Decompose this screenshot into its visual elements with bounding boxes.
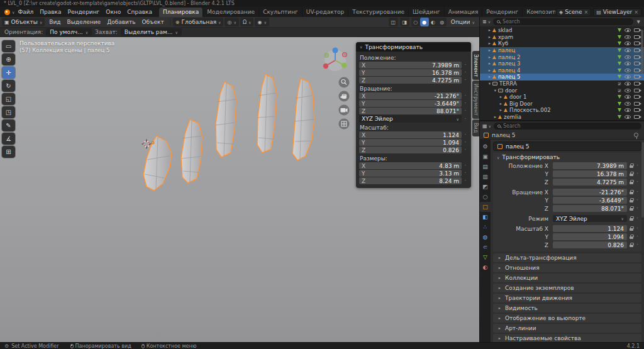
viewport-menu[interactable]: Выделение xyxy=(64,19,104,25)
expand-arrow-icon[interactable]: ▸ xyxy=(492,114,498,119)
disable-in-render-icon[interactable] xyxy=(634,89,640,92)
npanel-tab[interactable]: Элемент xyxy=(472,51,479,80)
npanel-value-field[interactable]: Z8.24 m xyxy=(359,177,462,184)
disable-in-render-icon[interactable] xyxy=(634,35,640,39)
lock-icon[interactable] xyxy=(628,197,635,204)
disable-in-render-icon[interactable] xyxy=(634,69,640,72)
thumb-mesh[interactable] xyxy=(143,136,172,191)
transform-value-field[interactable]: 7.3989 m xyxy=(553,162,627,169)
options-menu[interactable]: Опции ∨ xyxy=(448,19,477,25)
tool-drag-select[interactable]: Выделить рам... ∨ xyxy=(121,28,182,36)
hide-in-viewport-icon[interactable] xyxy=(625,115,631,119)
npanel-value-field[interactable]: Y3.13 m xyxy=(359,170,462,177)
npanel-tab[interactable]: Инструмент xyxy=(472,80,479,119)
npanel-tab[interactable]: Вид xyxy=(472,119,479,136)
expand-arrow-icon[interactable]: ▸ xyxy=(498,101,504,106)
filter-icon[interactable]: ▼ xyxy=(636,19,641,25)
proportional-editing-selector[interactable]: ◉ ∨ xyxy=(255,18,269,26)
workspace-tab[interactable]: Скульптинг xyxy=(259,8,303,17)
rotation-mode-select[interactable]: XYZ Эйлер∨ xyxy=(359,115,462,123)
outliner-row[interactable]: ▸Big Door xyxy=(480,101,644,108)
outliner-row[interactable]: ▸zemlia xyxy=(480,114,644,120)
disable-in-render-icon[interactable] xyxy=(634,48,640,52)
view-layer-tab[interactable]: ▥ xyxy=(480,172,491,182)
viewport-3d[interactable]: ▭⊕✛↻◱◳✎∡⊞ Пользовательская перспектива (… xyxy=(0,37,479,342)
view-layer-unlink-button[interactable]: × xyxy=(634,9,638,15)
breadcrumb-object-name[interactable]: палец 5 xyxy=(492,132,515,138)
navigation-gizmo[interactable] xyxy=(323,47,347,71)
shading-material-preview-icon[interactable]: ◐ xyxy=(429,18,438,26)
add-cube-tool[interactable]: ⊞ xyxy=(2,146,15,158)
rotation-mode-select[interactable]: XYZ Эйлер∨ xyxy=(553,215,627,222)
npanel-value-field[interactable]: Z4.7275 m xyxy=(359,77,462,84)
disable-in-render-icon[interactable] xyxy=(634,102,640,106)
collapsed-section[interactable]: ▸Отображение во вьюпорте xyxy=(493,314,641,323)
scene-tab[interactable]: ◩ xyxy=(480,182,491,192)
mode-selector[interactable]: ▣ Объекты ∨ xyxy=(2,18,45,26)
transform-value-field[interactable]: 16.378 m xyxy=(553,170,627,177)
npanel-value-field[interactable]: X7.3989 m xyxy=(359,62,462,69)
disable-in-render-icon[interactable] xyxy=(634,55,640,59)
decorate-icon[interactable]: · xyxy=(463,77,468,83)
hide-in-viewport-icon[interactable] xyxy=(625,55,631,59)
decorate-icon[interactable]: · xyxy=(463,163,468,169)
menubar-menu[interactable]: Справка xyxy=(124,7,155,17)
outliner-scrollbar[interactable] xyxy=(641,30,643,74)
expand-arrow-icon[interactable]: ▸ xyxy=(487,48,492,53)
outliner-row[interactable]: ▸sklad xyxy=(480,27,644,34)
select-box-tool[interactable]: ▭ xyxy=(2,40,15,52)
workspace-tab[interactable]: UV-редактор xyxy=(303,8,348,17)
hide-in-viewport-icon[interactable] xyxy=(625,89,631,92)
tool-orientation-select[interactable]: По умолч... ∨ xyxy=(46,28,92,36)
expand-arrow-icon[interactable]: ▸ xyxy=(487,74,492,79)
shading-solid-icon[interactable]: ● xyxy=(420,18,429,26)
decorate-icon[interactable]: · xyxy=(463,147,468,153)
decorate-icon[interactable]: · xyxy=(463,93,468,99)
decorate-icon[interactable]: · xyxy=(635,163,640,169)
expand-arrow-icon[interactable]: ▸ xyxy=(487,55,492,60)
lock-icon[interactable] xyxy=(628,234,635,240)
viewport-menu[interactable]: Добавить xyxy=(104,19,138,25)
outliner-row[interactable]: ▸xpam xyxy=(480,34,644,41)
transform-orientation-selector[interactable]: ⊕ Глобальная ∨ xyxy=(173,18,224,26)
blender-logo-icon[interactable] xyxy=(4,9,10,15)
scene-unlink-button[interactable]: × xyxy=(584,9,589,15)
disable-in-render-icon[interactable] xyxy=(634,115,640,119)
expand-arrow-icon[interactable]: ▸ xyxy=(498,94,504,99)
hide-in-viewport-icon[interactable] xyxy=(625,69,631,72)
transform-panel-header[interactable]: ∨ Трансформировать xyxy=(493,153,641,162)
hide-in-viewport-icon[interactable] xyxy=(625,82,631,86)
npanel-value-field[interactable]: X1.124 xyxy=(359,131,462,138)
outliner-row[interactable]: ▸палец 5 xyxy=(480,74,644,80)
decorate-icon[interactable]: · xyxy=(463,116,468,122)
decorate-icon[interactable]: · xyxy=(463,101,468,106)
expand-arrow-icon[interactable]: ▾ xyxy=(492,88,498,93)
transform-value-field[interactable]: 0.826 xyxy=(553,241,627,248)
world-tab[interactable]: ○ xyxy=(480,192,491,202)
scale-tool[interactable]: ◱ xyxy=(2,93,15,105)
hide-in-viewport-icon[interactable] xyxy=(625,108,631,112)
decorate-icon[interactable]: · xyxy=(463,178,468,184)
transform-value-field[interactable]: -21.276° xyxy=(553,189,627,196)
camera-view-button[interactable] xyxy=(339,105,350,116)
outliner-row[interactable]: ▸палец 2 xyxy=(480,53,644,60)
expand-arrow-icon[interactable]: ▸ xyxy=(498,108,504,113)
decorate-icon[interactable]: · xyxy=(635,234,640,240)
constraints-tab[interactable]: ⊂ xyxy=(480,242,491,252)
properties-search-input[interactable]: Search xyxy=(494,123,641,130)
data-tab[interactable]: ▽ xyxy=(480,252,491,262)
middle-finger-mesh[interactable] xyxy=(216,82,236,157)
disable-in-render-icon[interactable] xyxy=(634,28,640,32)
outliner-row[interactable]: ▸Куб xyxy=(480,40,644,47)
npanel-header[interactable]: ∨ Трансформировать xyxy=(356,42,471,52)
disable-in-render-icon[interactable] xyxy=(634,42,640,45)
viewport-menu[interactable]: Объект xyxy=(138,19,167,25)
hide-in-viewport-icon[interactable] xyxy=(625,35,631,39)
particles-tab[interactable]: ∴ xyxy=(480,222,491,232)
transform-value-field[interactable]: 1.124 xyxy=(553,225,627,232)
zoom-button[interactable] xyxy=(339,77,350,88)
outliner-row[interactable]: ▸Плоскость.002 xyxy=(480,107,644,114)
outliner-editor-type-button[interactable]: ≣∨ xyxy=(482,19,491,25)
decorate-icon[interactable]: · xyxy=(463,70,468,75)
collapsed-section[interactable]: ▸Арт-линии xyxy=(493,324,641,333)
